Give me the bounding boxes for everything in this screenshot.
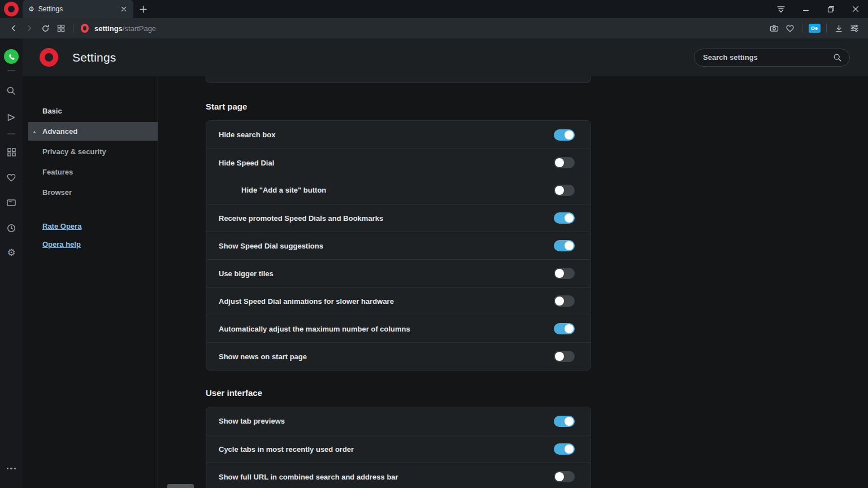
minimize-button[interactable] <box>793 0 818 18</box>
opera-browser-window: ⚙ Settings <box>0 0 868 488</box>
page-title: Settings <box>72 51 116 64</box>
snapshot-camera-button[interactable] <box>766 21 782 36</box>
nav-item-advanced[interactable]: ▲ Advanced <box>28 122 158 141</box>
setting-row: Show full URL in combined search and add… <box>206 463 591 488</box>
nav-item-label: Advanced <box>42 127 77 136</box>
toolbar-separator <box>73 24 73 33</box>
toggle-hide-add-a-site-button[interactable] <box>554 185 575 196</box>
setting-label: Hide "Add a site" button <box>219 186 554 194</box>
reload-button[interactable] <box>37 21 53 36</box>
setting-label: Cycle tabs in most recently used order <box>219 445 554 454</box>
opera-help-link[interactable]: Opera help <box>23 235 158 253</box>
forward-button[interactable] <box>21 21 37 36</box>
setting-row: Automatically adjust the maximum number … <box>206 315 591 342</box>
setting-row: Show Speed Dial suggestions <box>206 232 591 259</box>
setting-label: Use bigger tiles <box>219 269 554 278</box>
toggle-use-bigger-tiles[interactable] <box>554 268 575 279</box>
opera-logo-icon <box>40 48 58 67</box>
speed-dial-grid-button[interactable] <box>53 21 69 36</box>
setting-label: Hide search box <box>219 130 554 139</box>
nav-item-browser[interactable]: Browser <box>23 182 158 202</box>
nav-links: Rate Opera Opera help <box>23 217 158 253</box>
extension-badge-icon: Oe <box>809 24 821 33</box>
opera-menu-button[interactable] <box>0 0 23 18</box>
opera-site-icon <box>81 24 89 33</box>
nav-item-features[interactable]: Features <box>23 162 158 182</box>
browser-body: ⚙ Settings Basic <box>0 38 868 488</box>
restore-window-button[interactable] <box>818 0 843 18</box>
address-field[interactable]: settings /startPage <box>77 24 766 33</box>
settings-page: Settings Basic ▲ Advanced <box>23 38 868 488</box>
nav-item-basic[interactable]: Basic <box>23 101 158 121</box>
toggle-receive-promoted-speed-dials[interactable] <box>554 212 575 224</box>
tab-close-icon[interactable] <box>119 4 129 14</box>
toggle-cycle-tabs-mru[interactable] <box>554 443 575 455</box>
extension-badge-button[interactable]: Oe <box>806 21 822 36</box>
tab-title: Settings <box>38 5 115 13</box>
nav-item-privacy-security[interactable]: Privacy & security <box>23 141 158 162</box>
setting-label: Automatically adjust the maximum number … <box>219 325 554 333</box>
whatsapp-icon[interactable] <box>4 49 19 64</box>
sidebar-setup-ellipsis-icon[interactable] <box>7 468 16 470</box>
setting-row: Show news on start page <box>206 342 591 370</box>
toggle-hide-search-box[interactable] <box>554 129 575 141</box>
settings-scroll-area: Start page Hide search box Hide Speed Di… <box>206 76 591 488</box>
easy-setup-tune-button[interactable] <box>847 21 862 36</box>
tab-search-button[interactable] <box>769 0 793 18</box>
toolbar-separator <box>802 24 802 33</box>
toggle-auto-adjust-max-columns[interactable] <box>554 323 575 334</box>
sidebar-divider <box>7 133 15 134</box>
rate-opera-link[interactable]: Rate Opera <box>23 217 158 235</box>
section-title-start-page: Start page <box>206 101 591 112</box>
setting-label: Show full URL in combined search and add… <box>219 473 554 481</box>
settings-search-box[interactable] <box>694 49 850 67</box>
tab-favicon-gear-icon: ⚙ <box>28 6 34 12</box>
setting-label: Show news on start page <box>219 352 554 361</box>
search-icon <box>833 53 842 62</box>
browser-sidebar: ⚙ <box>0 38 23 488</box>
close-window-button[interactable] <box>843 0 868 18</box>
toggle-show-news-on-start-page[interactable] <box>554 351 575 362</box>
bookmarks-heart-icon[interactable] <box>5 171 18 184</box>
user-interface-card: Show tab previews Cycle tabs in most rec… <box>206 407 591 488</box>
toolbar-right-icons: Oe <box>766 21 862 36</box>
section-title-user-interface: User interface <box>206 387 591 399</box>
setting-label: Adjust Speed Dial animations for slower … <box>219 297 554 306</box>
search-icon[interactable] <box>5 85 18 97</box>
toggle-show-full-url[interactable] <box>554 471 575 482</box>
opera-logo-icon <box>4 2 19 16</box>
setting-row: Hide Speed Dial <box>206 149 591 176</box>
tab-strip: ⚙ Settings <box>0 0 868 18</box>
toolbar-separator <box>826 24 827 33</box>
scrollbar-thumb[interactable] <box>167 484 194 488</box>
toggle-adjust-speed-dial-animations[interactable] <box>554 295 575 307</box>
toggle-hide-speed-dial[interactable] <box>554 157 575 168</box>
settings-header: Settings <box>23 38 868 76</box>
setting-row: Cycle tabs in most recently used order <box>206 435 591 463</box>
news-icon[interactable] <box>5 197 18 209</box>
setting-row: Adjust Speed Dial animations for slower … <box>206 287 591 315</box>
speed-dial-icon[interactable] <box>5 146 18 158</box>
start-page-card: Hide search box Hide Speed Dial Hide "Ad… <box>206 120 591 371</box>
toggle-show-tab-previews[interactable] <box>554 416 575 427</box>
setting-label: Hide Speed Dial <box>219 159 554 167</box>
setting-row: Show tab previews <box>206 407 591 435</box>
settings-gear-icon[interactable]: ⚙ <box>5 246 18 259</box>
back-button[interactable] <box>6 21 21 36</box>
address-toolbar: settings /startPage Oe <box>0 18 868 38</box>
setting-label: Receive promoted Speed Dials and Bookmar… <box>219 214 554 223</box>
url-host: settings <box>94 24 123 33</box>
new-tab-button[interactable] <box>133 0 153 18</box>
my-flow-icon[interactable] <box>5 111 18 124</box>
settings-content: Basic ▲ Advanced Privacy & security Feat… <box>23 76 868 488</box>
tab-strip-spacer <box>153 0 769 18</box>
toggle-show-speed-dial-suggestions[interactable] <box>554 240 575 251</box>
tab-settings[interactable]: ⚙ Settings <box>23 0 133 18</box>
history-clock-icon[interactable] <box>5 222 18 234</box>
settings-search-input[interactable] <box>703 53 833 62</box>
downloads-button[interactable] <box>831 21 847 36</box>
setting-row: Use bigger tiles <box>206 259 591 287</box>
setting-label: Show Speed Dial suggestions <box>219 242 554 250</box>
favorites-heart-button[interactable] <box>782 21 798 36</box>
setting-label: Show tab previews <box>219 417 554 425</box>
